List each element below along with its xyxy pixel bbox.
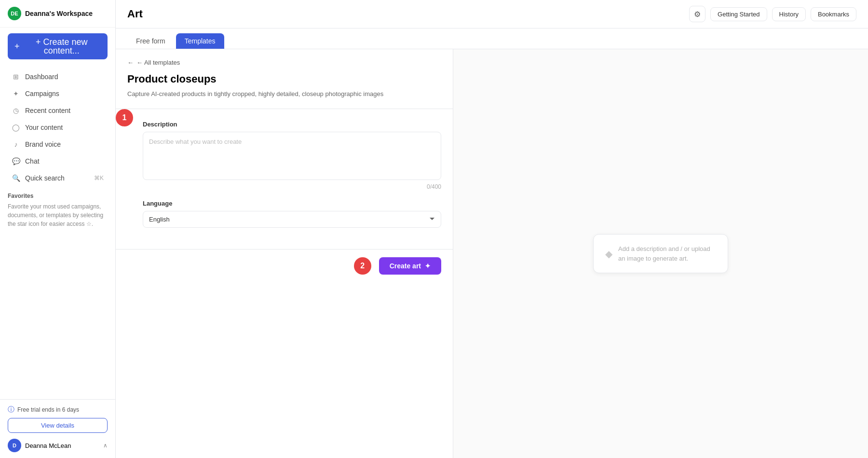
sidebar-item-label: Your content [25,124,63,131]
form-section: 1 Description 0/400 Language English Spa… [116,109,453,249]
template-description: Capture AI-created products in tightly c… [127,89,441,99]
sidebar-item-label: Brand voice [25,140,61,148]
sidebar-item-brand-voice[interactable]: ♪ Brand voice [4,136,111,153]
dashboard-icon: ⊞ [12,72,20,81]
description-input[interactable] [143,132,441,180]
gear-icon: ⚙ [694,10,701,19]
description-group: Description 0/400 [143,121,441,190]
chevron-up-icon: ∧ [103,442,108,449]
template-header: ← ← All templates Product closeups Captu… [116,49,453,109]
workspace-name: Deanna's Workspace [25,10,93,17]
create-new-content-button[interactable]: + + Create new content... [8,33,108,59]
sidebar-item-your-content[interactable]: ◯ Your content [4,119,111,136]
user-avatar: D [8,439,21,452]
campaigns-icon: ✦ [12,89,20,98]
sidebar-nav: ⊞ Dashboard ✦ Campaigns ◷ Recent content… [0,65,115,399]
sidebar-item-label: Recent content [25,107,70,114]
create-art-button[interactable]: Create art ✦ [379,257,441,275]
description-label: Description [143,121,441,128]
char-count: 0/400 [143,183,441,190]
settings-button[interactable]: ⚙ [689,6,705,22]
step-1-badge: 1 [116,109,133,126]
content-area: ← ← All templates Product closeups Captu… [116,49,868,458]
trial-notice: ⓘ Free trial ends in 6 days [8,405,108,414]
plus-icon: + [14,42,20,51]
favorites-section: Favorites Favorite your most used campai… [0,187,115,234]
language-label: Language [143,200,441,207]
template-title: Product closeups [127,73,441,85]
shortcut-badge: ⌘K [94,175,104,181]
image-placeholder-icon: ◆ [605,248,612,260]
chat-icon: 💬 [12,157,20,166]
sidebar-item-campaigns[interactable]: ✦ Campaigns [4,85,111,102]
brand-voice-icon: ♪ [12,140,20,149]
topbar-actions: ⚙ Getting Started History Bookmarks [689,6,856,22]
bookmarks-button[interactable]: Bookmarks [811,7,856,21]
tab-free-form[interactable]: Free form [127,33,174,49]
right-panel: ◆ Add a description and / or upload an i… [453,49,868,458]
trial-text: Free trial ends in 6 days [17,406,79,413]
left-panel: ← ← All templates Product closeups Captu… [116,49,453,458]
sidebar-header: DE Deanna's Workspace [0,0,115,28]
back-to-templates-link[interactable]: ← ← All templates [127,59,441,66]
sidebar-item-chat[interactable]: 💬 Chat [4,153,111,169]
sidebar: DE Deanna's Workspace + + Create new con… [0,0,116,458]
tabs-bar: Free form Templates [116,28,868,49]
workspace-avatar: DE [8,7,21,20]
art-placeholder: ◆ Add a description and / or upload an i… [593,234,728,273]
sidebar-item-recent-content[interactable]: ◷ Recent content [4,102,111,119]
search-icon: 🔍 [12,174,20,182]
page-title: Art [127,8,681,20]
sidebar-footer: ⓘ Free trial ends in 6 days View details… [0,399,115,458]
sparkle-icon: ✦ [425,262,431,270]
recent-content-icon: ◷ [12,106,20,115]
sidebar-item-dashboard[interactable]: ⊞ Dashboard [4,69,111,85]
sidebar-item-quick-search[interactable]: 🔍 Quick search ⌘K [4,170,111,186]
tab-templates[interactable]: Templates [176,33,224,49]
topbar: Art ⚙ Getting Started History Bookmarks [116,0,868,28]
create-art-label: Create art [390,262,421,270]
user-row[interactable]: D Deanna McLean ∧ [8,439,108,452]
step-2-badge: 2 [354,257,371,275]
view-details-button[interactable]: View details [8,418,108,433]
arrow-left-icon: ← [127,59,134,66]
user-name: Deanna McLean [25,442,99,449]
getting-started-button[interactable]: Getting Started [710,7,767,21]
language-group: Language English Spanish French German P… [143,200,441,228]
art-placeholder-text: Add a description and / or upload an ima… [618,244,716,263]
trial-icon: ⓘ [8,405,14,414]
sidebar-item-label: Campaigns [25,90,59,97]
sidebar-item-label: Chat [25,157,40,165]
history-button[interactable]: History [772,7,806,21]
favorites-title: Favorites [8,193,108,199]
sidebar-item-label: Quick search [25,174,65,182]
language-select[interactable]: English Spanish French German Portuguese… [143,211,441,228]
your-content-icon: ◯ [12,123,20,132]
favorites-description: Favorite your most used campaigns, docum… [8,202,108,228]
sidebar-item-label: Dashboard [25,73,58,81]
main-content: Art ⚙ Getting Started History Bookmarks … [116,0,868,458]
bottom-bar: 2 Create art ✦ [116,249,453,282]
